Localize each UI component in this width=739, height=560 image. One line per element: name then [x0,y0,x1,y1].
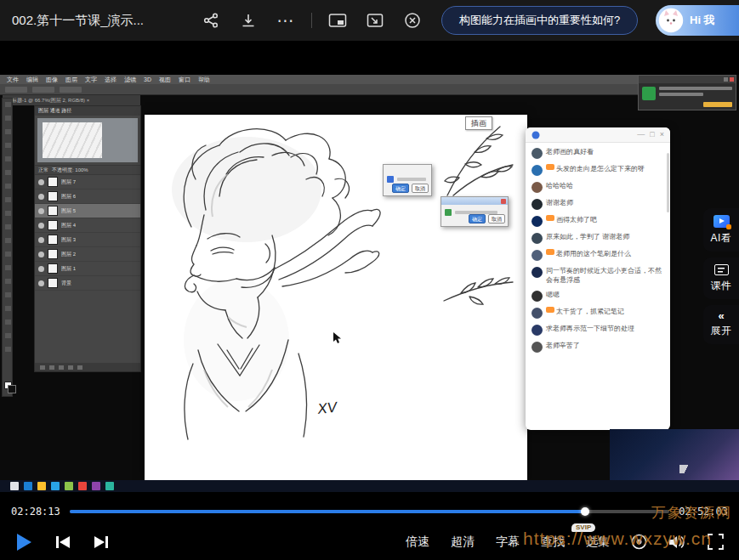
ps-panel-tabs[interactable]: 图层 通道 路径 [35,106,140,116]
chat-message-text: 哈哈哈哈 [546,181,573,190]
danmaku-toggle-button[interactable] [631,534,647,550]
volume-button[interactable] [668,535,686,550]
quality-button[interactable]: 超清 [451,535,475,550]
visibility-eye-icon[interactable] [38,266,44,272]
ps-canvas[interactable]: XV 插画 确定 取消 确定 取消 [145,115,527,480]
ps-menu-item[interactable]: 文字 [85,76,97,84]
layer-row[interactable]: 图层 4 [35,218,140,233]
opacity-field[interactable]: 不透明度: 100% [52,167,88,174]
download-button[interactable] [230,12,267,29]
chat-avatar[interactable] [532,342,543,353]
dialog2-ok-button[interactable]: 确定 [469,214,486,223]
taskbar-app-icon[interactable] [51,482,60,490]
ps-menu-item[interactable]: 文件 [7,76,19,84]
layer-label: 图层 1 [61,265,76,273]
progress-bar[interactable] [70,510,669,513]
chat-messages: 老师画的真好看头发的走向是怎么定下来的呀哈哈哈哈谢谢老师画得太帅了吧原来如此，学… [526,143,670,357]
chat-header-icon[interactable]: — [637,131,645,139]
dialog-close-icon[interactable] [501,199,506,204]
taskbar-app-icon[interactable] [37,482,46,490]
dialog1-ok-button[interactable]: 确定 [392,184,409,193]
taskbar-app-icon[interactable] [24,482,32,490]
side-tab-expand[interactable]: «展开 [703,305,739,344]
mini-player-button[interactable] [356,13,394,28]
chat-avatar[interactable] [532,308,543,319]
fullscreen-button[interactable] [708,534,724,550]
ps-menu-item[interactable]: 视图 [159,76,171,84]
visibility-eye-icon[interactable] [38,252,44,257]
layer-row[interactable]: 图层 3 [35,233,140,247]
chat-avatar[interactable] [532,199,543,210]
chat-avatar[interactable] [532,291,543,302]
ps-menu-item[interactable]: 帮助 [198,76,210,84]
search-button[interactable]: 查找 [541,535,565,550]
chat-message: 头发的走向是怎么定下来的呀 [532,164,664,176]
layer-thumbnail [48,278,58,288]
layer-row[interactable]: 图层 1 [35,262,140,276]
ai-question-pill[interactable]: 构图能力在插画中的重要性如何? [441,6,638,35]
layer-label: 图层 6 [61,193,76,201]
ps-menu-item[interactable]: 3D [144,76,151,82]
chat-avatar[interactable] [532,267,543,278]
progress-handle[interactable] [581,507,589,516]
layer-row[interactable]: 图层 6 [35,189,140,204]
ps-menu-item[interactable]: 编辑 [26,76,38,84]
next-episode-button[interactable] [94,535,109,549]
chat-header-icon[interactable]: × [660,131,664,139]
ps-document-tab[interactable]: 未标题-1 @ 66.7%(图层 2, RGB/8) × [3,95,140,105]
layer-row[interactable]: 背景 [35,276,140,291]
layer-row[interactable]: 图层 5 [35,204,140,218]
ps-menu-item[interactable]: 滤镜 [124,76,136,84]
chat-avatar[interactable] [532,233,543,244]
visibility-eye-icon[interactable] [38,208,44,214]
close-icon[interactable] [730,77,734,82]
more-button[interactable]: ⋯ [267,10,304,31]
share-button[interactable] [192,12,230,29]
side-tab-ai-watch[interactable]: AI看 [703,208,739,252]
visibility-eye-icon[interactable] [38,280,44,286]
taskbar-app-icon[interactable] [105,482,114,490]
ps-menu-item[interactable]: 图层 [65,76,77,84]
layer-row[interactable]: 图层 7 [35,175,140,189]
episodes-button[interactable]: 选集SVIP [586,535,610,550]
subtitle-button[interactable]: 字幕 [496,535,520,550]
chat-header-icon[interactable]: □ [650,131,654,139]
minimize-icon[interactable] [724,77,728,82]
ps-menu-item[interactable]: 选择 [105,76,117,84]
taskbar-app-icon[interactable] [78,482,87,490]
layer-row[interactable]: 图层 2 [35,247,140,262]
play-button[interactable] [15,533,32,552]
visibility-eye-icon[interactable] [38,194,44,200]
blend-mode-select[interactable]: 正常 [38,167,48,174]
visibility-eye-icon[interactable] [38,223,44,229]
side-tab-courseware[interactable]: 课件 [703,257,739,299]
chat-avatar[interactable] [532,165,543,176]
chat-scrollbar[interactable] [667,153,669,212]
user-chip[interactable]: Hi 我 [656,5,739,36]
chat-avatar[interactable] [532,325,543,336]
close-panel-button[interactable] [394,12,431,29]
ps-toolbox[interactable] [2,98,13,397]
ps-menu-item[interactable]: 图像 [46,76,58,84]
visibility-eye-icon[interactable] [38,179,44,185]
dialog1-cancel-button[interactable]: 取消 [412,184,429,193]
ps-blend-controls[interactable]: 正常 不透明度: 100% [35,165,140,175]
live-chat-window: —□× 老师画的真好看头发的走向是怎么定下来的呀哈哈哈哈谢谢老师画得太帅了吧原来… [526,127,670,430]
taskbar-app-icon[interactable] [10,482,19,490]
visibility-eye-icon[interactable] [38,237,44,243]
chat-avatar[interactable] [532,250,543,261]
ps-menu-item[interactable]: 窗口 [179,76,190,84]
speed-button[interactable]: 倍速 [406,535,429,550]
previous-episode-button[interactable] [55,535,71,549]
taskbar-app-icon[interactable] [65,482,73,490]
chat-avatar[interactable] [532,148,543,159]
video-stage[interactable]: 文件编辑图像图层文字选择滤镜3D视图窗口帮助 未标题-1 @ 66.7%(图层 … [0,41,739,500]
chat-avatar[interactable] [532,216,543,227]
pip-button[interactable] [319,13,356,28]
chat-avatar[interactable] [532,182,543,193]
ps-layers-footer[interactable] [35,363,140,371]
taskbar-app-icon[interactable] [92,482,100,490]
stop-share-button[interactable] [703,102,732,107]
dialog2-cancel-button[interactable]: 取消 [488,214,505,223]
chat-message-text: 同一节奏的时候近大远小更合适，不然会有悬浮感 [546,266,664,285]
